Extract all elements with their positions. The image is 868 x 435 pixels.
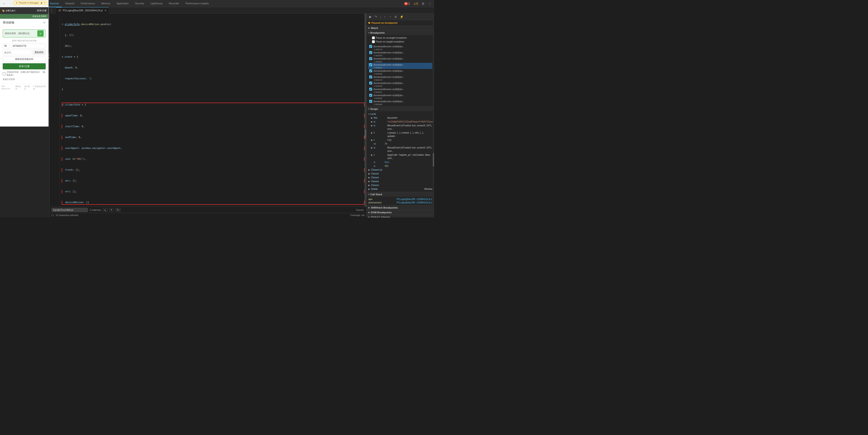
- scope-header[interactable]: ▾ Scope: [367, 107, 434, 111]
- code-content[interactable]: r.sliderInfo.deviceMotion.push(e) }, 1!)…: [50, 13, 366, 206]
- active-file-close[interactable]: ✕: [104, 9, 106, 12]
- debug-scrollbar-thumb[interactable]: [433, 153, 434, 167]
- login-btn[interactable]: 登录/注册: [3, 63, 46, 69]
- bp-cb-7[interactable]: [369, 81, 372, 85]
- bp-item-6: (function(e){function n(r){if(t[r])re...: [368, 75, 432, 79]
- phone-input[interactable]: 18766654778: [11, 44, 46, 48]
- more-btn[interactable]: ⋮: [427, 1, 432, 6]
- breakpoints-header[interactable]: ▾ Breakpoints: [367, 31, 434, 35]
- other-login[interactable]: 其他方式登录: [3, 78, 46, 81]
- agree-cb[interactable]: [3, 72, 6, 75]
- tab-memory[interactable]: Memory: [99, 0, 113, 7]
- cs-item-anon[interactable]: (anonymous) PCLogin@6ac20ff...015894124.…: [367, 201, 434, 204]
- scope-closure-3[interactable]: ▶ Closure: [368, 179, 432, 183]
- bp-cb-4[interactable]: [369, 63, 372, 66]
- caught-exceptions-cb[interactable]: [372, 40, 375, 43]
- voice-verify-btn[interactable]: 获取语音音验证码: [3, 57, 46, 62]
- xhr-header[interactable]: ▶ XHR/fetch Breakpoints: [367, 205, 434, 210]
- deactivate-bp-btn[interactable]: ⊘: [394, 14, 398, 19]
- footer-biz[interactable]: 商务合作: [16, 85, 22, 90]
- bp-cb-8[interactable]: [369, 88, 372, 91]
- footer-about[interactable]: 关于Qunar.com: [1, 85, 13, 90]
- tab-lighthouse[interactable]: Lighthouse: [148, 0, 165, 7]
- modal-title: 滑动校验: [3, 21, 14, 25]
- coverage-label: Coverage: n/a: [350, 214, 365, 216]
- tab-sources[interactable]: Sources: [47, 0, 62, 7]
- bp-location-7: 1:504293: [368, 85, 432, 87]
- resend-btn[interactable]: 重新获取: [33, 50, 46, 55]
- tab-performance[interactable]: Performance: [78, 0, 98, 7]
- code-line-3: 20)),: [62, 44, 365, 48]
- back-btn[interactable]: ←: [2, 1, 7, 6]
- scope-closure-2[interactable]: ▶ Closure: [368, 175, 432, 179]
- tab-network[interactable]: Network: [63, 0, 77, 7]
- step-over-btn[interactable]: ↷: [374, 14, 378, 19]
- scope-closure-4[interactable]: ▶ Closure: [368, 183, 432, 187]
- country-code-input[interactable]: 86: [3, 44, 9, 48]
- next-match-btn[interactable]: ▼: [109, 208, 114, 211]
- slider-button[interactable]: »: [37, 30, 44, 37]
- bp-file-10[interactable]: (function(e){function n(r){if(t[r])re...: [374, 100, 404, 103]
- forward-btn[interactable]: →: [8, 1, 13, 6]
- bp-file-2[interactable]: (function(e){function n(r){if(t[r])re...: [374, 52, 404, 54]
- tab-application[interactable]: Application: [114, 0, 132, 7]
- slider-text: 请按住滑块，拖到最右边: [5, 32, 30, 35]
- debug-scrollbar[interactable]: [433, 13, 434, 213]
- bp-cb-10[interactable]: [369, 100, 372, 103]
- bp-cb-9[interactable]: [369, 94, 372, 97]
- scope-closure-u[interactable]: ▶ Closure (u): [368, 168, 432, 172]
- site-nav[interactable]: 登录/注册: [37, 9, 46, 12]
- bp-cb-2[interactable]: [369, 51, 372, 54]
- global-listeners-header[interactable]: ▶ Global Listeners: [367, 215, 434, 218]
- code-display[interactable]: r.sliderInfo.deviceMotion.push(e) }, 1!)…: [60, 13, 366, 206]
- bp-cb-6[interactable]: [369, 75, 372, 78]
- tab-security[interactable]: Security: [132, 0, 147, 7]
- search-input[interactable]: handleTouchMove: [52, 208, 88, 212]
- step-page-btn[interactable]: ↷: [44, 2, 45, 4]
- error-count[interactable]: ⛔3: [403, 1, 411, 6]
- resume-btn[interactable]: ▶: [368, 14, 373, 19]
- bp-file-7[interactable]: (function(e){function n(r){if(t[r])re...: [374, 82, 404, 84]
- bp-file-5[interactable]: (function(e){function n(r){if(t[r])re...: [374, 70, 404, 72]
- scope-m-v: 74: [384, 142, 387, 145]
- footer-join[interactable]: 加入我们: [24, 85, 31, 90]
- call-stack-header[interactable]: ▾ Call Stack: [367, 192, 434, 197]
- settings-btn[interactable]: ⚙: [421, 1, 426, 6]
- bp-file-3[interactable]: (function(e){function n(r){if(t[r])re...: [374, 58, 404, 60]
- resume-page-btn[interactable]: ▶: [41, 2, 43, 4]
- sec-more-options[interactable]: ⋮: [49, 8, 54, 13]
- bp-cb-1[interactable]: [369, 45, 372, 48]
- scope-this[interactable]: ▶ this document: [371, 116, 432, 120]
- mini-scrollbar[interactable]: [365, 13, 366, 206]
- search-cancel-btn[interactable]: Cancel: [355, 208, 365, 211]
- step-btn[interactable]: →: [388, 14, 393, 19]
- bp-file-8[interactable]: (function(e){function n(r){if(t[r])re...: [374, 88, 404, 90]
- dom-header[interactable]: ▶ DOM Breakpoints: [367, 210, 434, 215]
- prev-match-btn[interactable]: ▲: [103, 208, 107, 211]
- warning-count[interactable]: ⚠5: [412, 1, 419, 6]
- tab-recorder[interactable]: Recorder: [166, 0, 182, 7]
- scope-closure-1[interactable]: ▶ Closure: [368, 172, 432, 175]
- modal-close[interactable]: ✕: [43, 21, 46, 24]
- bp-file-6[interactable]: (function(e){function n(r){if(t[r])re...: [374, 76, 404, 78]
- scope-local-header[interactable]: ▾ Local: [368, 112, 432, 116]
- uncaught-exceptions-cb[interactable]: [372, 36, 375, 39]
- bp-file-4[interactable]: (function(e){function n(r){if(t[r])re...: [374, 64, 404, 66]
- cs-item-ajax[interactable]: ajax PCLogin@6ac20ff...015894124.js:1: [367, 198, 434, 201]
- bp-file-1[interactable]: (function(e){function n(r){if(t[r])re...: [374, 45, 404, 48]
- pause-exceptions-btn[interactable]: ⚡: [399, 14, 404, 19]
- mini-scrollbar-thumb[interactable]: [365, 129, 366, 138]
- watch-header[interactable]: ▶ Watch: [367, 26, 434, 30]
- tab-perf-insights[interactable]: Performance insights: [183, 0, 211, 7]
- step-out-btn[interactable]: ↑: [383, 14, 386, 19]
- verify-input[interactable]: [3, 50, 31, 55]
- step-into-btn[interactable]: ↓: [379, 14, 382, 19]
- bp-file-9[interactable]: (function(e){function n(r){if(t[r])re...: [374, 94, 404, 97]
- footer-ad[interactable]: 广告选品后台登录: [33, 85, 47, 90]
- bp-cb-5[interactable]: [369, 69, 372, 72]
- active-file-tab-label[interactable]: PCLogin@6ac20ff...25015894124.js: [63, 9, 103, 12]
- scope-global[interactable]: ▶ Global Window: [368, 187, 432, 191]
- match-case-btn[interactable]: Aa: [116, 208, 121, 211]
- bp-cb-3[interactable]: [369, 57, 372, 60]
- slider-track[interactable]: 请按住滑块，拖到最右边 »: [3, 29, 46, 37]
